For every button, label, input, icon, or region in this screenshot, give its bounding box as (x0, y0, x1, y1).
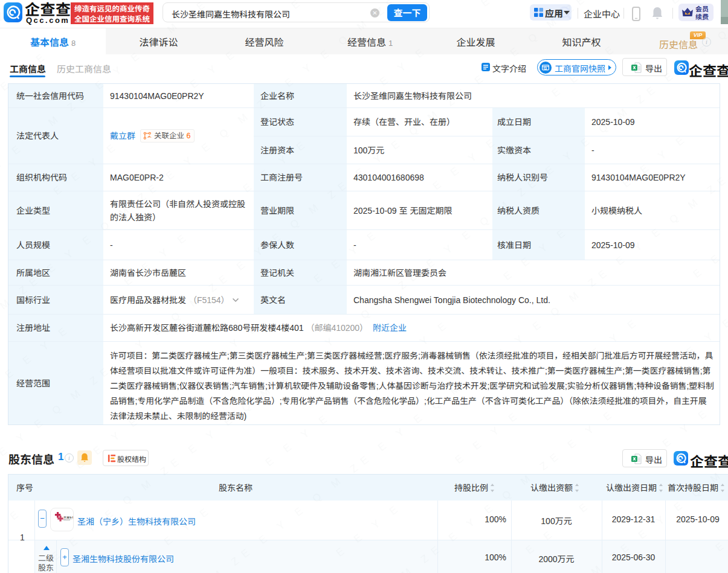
svg-text:企: 企 (149, 135, 152, 141)
svg-text:圣湘生物: 圣湘生物 (63, 515, 73, 519)
